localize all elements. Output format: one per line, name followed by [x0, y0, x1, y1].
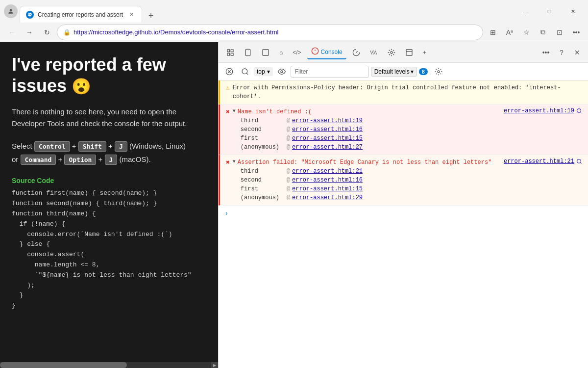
main-content-area: I've reported a few issues 😮 There is no…	[0, 42, 588, 368]
svg-line-23	[580, 162, 581, 163]
context-dropdown-icon: ▾	[267, 68, 270, 75]
error-2-icon: ✖	[226, 158, 230, 166]
svg-point-0	[10, 9, 12, 11]
plus-1: +	[72, 142, 76, 150]
webpage-content: I've reported a few issues 😮 There is no…	[0, 42, 218, 368]
svg-rect-11	[406, 50, 412, 55]
favorites-button[interactable]: ☆	[518, 25, 534, 40]
plus-3: +	[58, 155, 62, 163]
scrollbar-thumb[interactable]	[0, 362, 127, 368]
split-screen-button[interactable]: ⧉	[535, 25, 551, 40]
maximize-button[interactable]: □	[538, 3, 561, 19]
stack-at: @	[287, 168, 290, 175]
console-message-count: 8	[419, 68, 428, 75]
window-controls: — □ ✕	[514, 3, 584, 19]
devtools-close-button[interactable]: ✕	[570, 46, 584, 59]
read-aloud-button[interactable]: Aᵃ	[502, 25, 517, 40]
devtools-more-button[interactable]: •••	[539, 46, 553, 59]
macos-label: (macOS).	[120, 155, 151, 163]
stack-at: @	[287, 135, 290, 142]
devtools-tab-sources[interactable]: </>	[289, 47, 305, 58]
console-prompt-row: ›	[219, 206, 588, 221]
console-toolbar: top ▾ Default levels ▾ 8	[219, 63, 588, 80]
error-2-toggle[interactable]: ▼	[233, 159, 236, 164]
win-linux-label: (Windows, Linux)	[129, 142, 186, 150]
svg-point-20	[577, 109, 581, 113]
stack-link[interactable]: error-assert.html:21	[292, 168, 363, 175]
stack-func: (anonymous)	[241, 194, 285, 201]
command-key: Command	[21, 155, 56, 165]
close-button[interactable]: ✕	[562, 3, 584, 19]
browser-wallet-button[interactable]: ⊡	[552, 25, 567, 40]
more-tools-button[interactable]: •••	[568, 25, 584, 40]
error-1-icon: ✖	[226, 108, 230, 116]
devtools-tab-device[interactable]	[240, 47, 256, 58]
stack-func: first	[241, 185, 285, 192]
url-text: https://microsoftedge.github.io/Demos/de…	[74, 28, 477, 36]
devtools-tab-performance[interactable]	[348, 47, 364, 58]
console-messages-list: ⚠ Error with Permissions-Policy header: …	[219, 80, 588, 368]
tab-close-button[interactable]: ✕	[127, 10, 136, 19]
page-body: There is nothing to see here, you need t…	[12, 106, 206, 130]
devtools-tab-network[interactable]	[366, 47, 382, 58]
stack-at: @	[287, 177, 290, 184]
horizontal-scrollbar[interactable]	[0, 362, 211, 368]
devtools-toolbar: ⌂ </> Console	[219, 42, 588, 63]
svg-rect-6	[263, 50, 269, 55]
stack-link[interactable]: error-assert.html:16	[292, 126, 363, 133]
error-2-location[interactable]: error-assert.html:21	[504, 158, 582, 165]
page-heading: I've reported a few issues 😮	[12, 54, 206, 96]
error-1-header: ▼ Name isn't defined :( error-assert.htm…	[233, 107, 582, 116]
error-1-location[interactable]: error-assert.html:19	[504, 107, 582, 114]
svg-rect-3	[227, 53, 230, 55]
stack-func: first	[241, 135, 285, 142]
devtools-tab-more[interactable]: +	[419, 47, 430, 58]
stack-at: @	[287, 185, 290, 192]
stack-link[interactable]: error-assert.html:19	[292, 117, 363, 124]
devtools-tab-apptools[interactable]	[384, 47, 399, 58]
stack-link[interactable]: error-assert.html:27	[292, 144, 363, 151]
active-tab[interactable]: Creating error reports and assert ✕	[20, 6, 142, 23]
devtools-help-button[interactable]: ?	[555, 46, 568, 59]
console-filter-input[interactable]	[291, 66, 369, 78]
console-settings-button[interactable]	[432, 65, 445, 79]
error-1-content: ▼ Name isn't defined :( error-assert.htm…	[233, 107, 582, 152]
refresh-button[interactable]: ↻	[39, 25, 55, 40]
console-prompt-arrow[interactable]: ›	[224, 210, 228, 217]
svg-point-18	[281, 71, 283, 73]
stack-link[interactable]: error-assert.html:16	[292, 177, 363, 184]
devtools-tab-elements[interactable]	[258, 47, 273, 58]
svg-rect-4	[245, 49, 250, 55]
edge-favicon	[26, 11, 34, 19]
forward-button[interactable]: →	[22, 25, 37, 40]
stack-link[interactable]: error-assert.html:29	[292, 194, 363, 201]
emoji-icon: 😮	[72, 78, 91, 95]
stack-row: (anonymous) @ error-assert.html:27	[233, 143, 582, 152]
stack-link[interactable]: error-assert.html:15	[292, 135, 363, 142]
devtools-tab-application[interactable]	[401, 47, 417, 58]
console-level-selector[interactable]: Default levels ▾	[371, 67, 417, 77]
tab-title: Creating error reports and assert	[38, 11, 123, 18]
security-icon: 🔒	[63, 29, 71, 36]
console-context-selector[interactable]: top ▾	[254, 67, 273, 76]
console-eye-button[interactable]	[275, 65, 289, 79]
profile-avatar[interactable]	[4, 4, 18, 18]
devtools-tab-home[interactable]: ⌂	[275, 47, 287, 58]
scroll-right-arrow[interactable]: ▶	[211, 362, 218, 368]
stack-row: second @ error-assert.html:16	[233, 125, 582, 134]
address-bar[interactable]: 🔒 https://microsoftedge.github.io/Demos/…	[57, 25, 483, 40]
stack-link[interactable]: error-assert.html:15	[292, 185, 363, 192]
console-clear-button[interactable]	[222, 65, 236, 79]
back-button[interactable]: ←	[4, 25, 20, 40]
collections-button[interactable]: ⊞	[485, 25, 501, 40]
stack-row: (anonymous) @ error-assert.html:29	[233, 193, 582, 202]
devtools-tab-inspect[interactable]	[222, 47, 238, 58]
svg-point-22	[577, 159, 581, 163]
console-filter-icon[interactable]	[238, 65, 252, 79]
new-tab-button[interactable]: +	[144, 9, 158, 23]
stack-func: second	[241, 126, 285, 133]
error-1-toggle[interactable]: ▼	[233, 108, 236, 114]
devtools-tab-console[interactable]: Console	[307, 45, 346, 59]
or-label: or	[12, 155, 18, 163]
minimize-button[interactable]: —	[514, 3, 537, 19]
